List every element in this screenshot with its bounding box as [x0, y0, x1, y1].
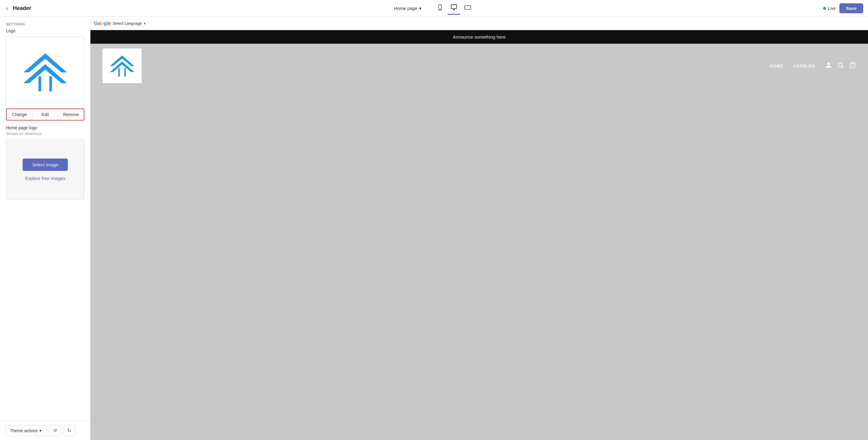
- announcement-text: Announce something here: [453, 34, 505, 39]
- svg-rect-2: [451, 4, 457, 8]
- logo-image: [18, 48, 72, 96]
- translate-dropdown-arrow-icon: ▾: [144, 22, 146, 26]
- device-mobile-button[interactable]: [434, 2, 446, 14]
- save-button[interactable]: Save: [839, 3, 863, 13]
- top-bar-left: ‹ Header: [5, 4, 95, 13]
- nav-home-link[interactable]: HOME: [770, 64, 784, 68]
- page-title: Header: [13, 5, 31, 11]
- device-widescreen-button[interactable]: [461, 2, 474, 14]
- site-logo-image: [107, 53, 137, 80]
- back-button[interactable]: ‹: [5, 4, 9, 13]
- logo-label: Logo: [6, 28, 84, 33]
- top-bar-right: Live Save: [773, 3, 863, 13]
- settings-section-label: SETTINGS: [0, 17, 90, 28]
- sidebar: SETTINGS Logo Change Edit Remove Home pa…: [0, 17, 90, 440]
- theme-actions-button[interactable]: Theme actions ▾: [5, 425, 47, 436]
- site-header: HOME CATALOG: [90, 44, 868, 88]
- svg-rect-13: [120, 68, 124, 76]
- select-image-button[interactable]: Select image: [23, 159, 68, 171]
- top-bar: ‹ Header Home page ▾ Live Save: [0, 0, 868, 17]
- change-logo-button[interactable]: Change: [7, 109, 33, 120]
- edit-logo-button[interactable]: Edit: [33, 109, 59, 120]
- logo-section: Logo Change Edit Remove Home page logo S…: [0, 28, 90, 207]
- shown-on-slideshow-label: Shown on slideshow: [6, 131, 84, 136]
- undo-button[interactable]: ↺: [49, 425, 61, 436]
- redo-button[interactable]: ↻: [63, 425, 75, 436]
- top-bar-center: Home page ▾: [95, 2, 773, 15]
- google-logo: Google: [94, 21, 111, 26]
- nav-icons-group: [825, 62, 856, 70]
- page-selector-label: Home page: [394, 6, 417, 11]
- svg-rect-5: [465, 6, 471, 10]
- account-icon[interactable]: [825, 62, 832, 70]
- theme-actions-label: Theme actions: [10, 428, 38, 433]
- theme-actions-arrow-icon: ▾: [39, 428, 41, 433]
- remove-logo-button[interactable]: Remove: [58, 109, 84, 120]
- device-icons-group: [434, 2, 474, 15]
- cart-icon[interactable]: [849, 62, 856, 70]
- live-dot-icon: [823, 7, 826, 10]
- page-selector-arrow-icon: ▾: [419, 6, 422, 11]
- site-logo-box: [102, 49, 142, 83]
- slideshow-logo-box: Select image Explore free images: [6, 139, 84, 200]
- logo-action-bar: Change Edit Remove: [6, 108, 84, 121]
- explore-free-images-link[interactable]: Explore free images: [25, 176, 65, 181]
- svg-point-1: [440, 9, 440, 10]
- site-body: [90, 88, 868, 209]
- site-nav: HOME CATALOG: [770, 62, 856, 70]
- search-icon[interactable]: [837, 62, 844, 70]
- svg-point-14: [838, 63, 842, 67]
- sidebar-bottom: Theme actions ▾ ↺ ↻: [0, 421, 90, 440]
- site-preview: Announce something here HOME CATALOG: [90, 30, 868, 440]
- select-language-label: Select Language: [113, 21, 142, 26]
- announcement-bar: Announce something here: [90, 30, 868, 44]
- live-label: Live: [828, 6, 836, 11]
- page-selector-button[interactable]: Home page ▾: [394, 6, 422, 11]
- device-desktop-button[interactable]: [447, 2, 460, 15]
- logo-preview-box: [6, 36, 84, 108]
- main-layout: SETTINGS Logo Change Edit Remove Home pa…: [0, 17, 868, 440]
- svg-rect-9: [41, 76, 50, 92]
- home-page-logo-label: Home page logo: [6, 125, 84, 130]
- svg-line-15: [842, 66, 843, 68]
- nav-catalog-link[interactable]: CATALOG: [793, 64, 815, 68]
- live-indicator: Live: [823, 6, 836, 11]
- google-translate-bar: Google Select Language ▾: [90, 17, 868, 30]
- preview-area: Google Select Language ▾ Announce someth…: [90, 17, 868, 440]
